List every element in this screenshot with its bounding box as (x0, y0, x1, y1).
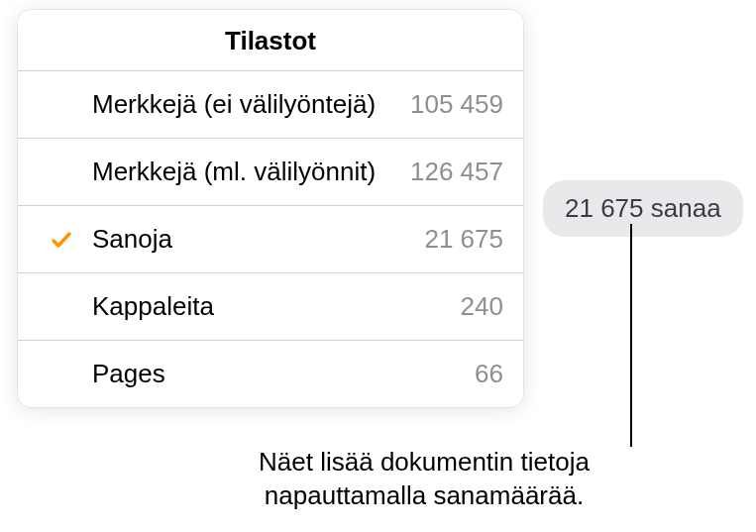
stat-row-pages[interactable]: Pages 66 (18, 341, 523, 407)
stat-label: Merkkejä (ml. välilyönnit) (92, 157, 410, 187)
stat-label: Merkkejä (ei välilyöntejä) (92, 89, 410, 120)
stat-value: 126 457 (410, 157, 503, 187)
stat-value: 66 (475, 359, 503, 389)
stat-row-paragraphs[interactable]: Kappaleita 240 (18, 273, 523, 341)
stat-row-chars-with-spaces[interactable]: Merkkejä (ml. välilyönnit) 126 457 (18, 139, 523, 206)
statistics-panel: Tilastot Merkkejä (ei välilyöntejä) 105 … (18, 10, 523, 407)
panel-title: Tilastot (18, 10, 523, 71)
callout-line (630, 224, 632, 447)
checkmark-icon (50, 228, 73, 252)
stat-label: Pages (92, 359, 475, 389)
stat-label: Sanoja (92, 224, 424, 255)
stat-row-chars-no-spaces[interactable]: Merkkejä (ei välilyöntejä) 105 459 (18, 71, 523, 139)
stat-row-words[interactable]: Sanoja 21 675 (18, 206, 523, 273)
word-count-pill[interactable]: 21 675 sanaa (543, 180, 743, 237)
stat-value: 240 (461, 291, 503, 322)
stats-list: Merkkejä (ei välilyöntejä) 105 459 Merkk… (18, 71, 523, 407)
stat-value: 21 675 (424, 224, 503, 255)
stat-label: Kappaleita (92, 291, 461, 322)
stat-value: 105 459 (410, 89, 503, 120)
caption-text: Näet lisää dokumentin tietoja napauttama… (216, 446, 632, 513)
